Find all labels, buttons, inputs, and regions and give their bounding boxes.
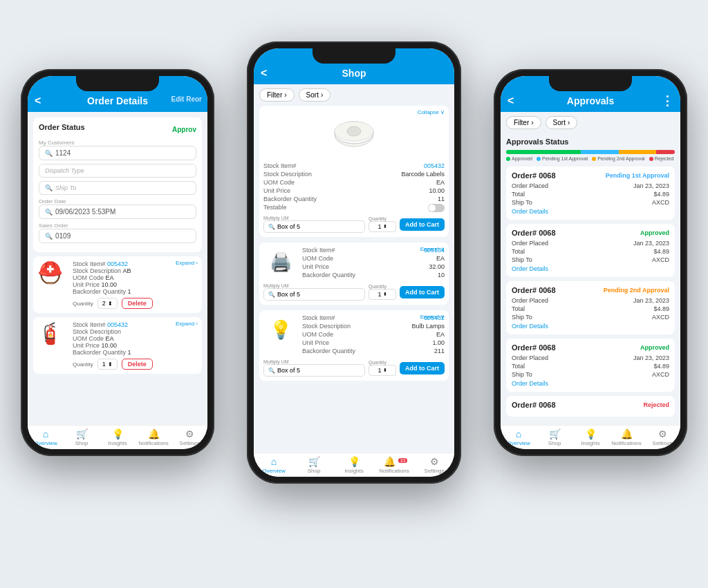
- expand-link-1[interactable]: Expand ›: [176, 260, 198, 266]
- customer-value: 1124: [55, 149, 71, 157]
- nav-shop-label-center: Shop: [308, 468, 321, 474]
- p2-qty-stepper[interactable]: ⬍: [383, 292, 387, 297]
- legend-approved-label: Approved: [512, 156, 532, 161]
- nav-insights-center[interactable]: 💡 Insights: [334, 456, 374, 474]
- more-button-right[interactable]: ⋮: [661, 93, 673, 108]
- nav-settings-left[interactable]: ⚙ Settings: [171, 428, 207, 446]
- product-details-3: Stock Item# 005432 Stock Description Bul…: [302, 314, 445, 356]
- p1-stock-value[interactable]: 005432: [424, 162, 445, 169]
- qty-stepper-2[interactable]: 1 ⬍: [97, 359, 118, 370]
- bottom-nav-right: ⌂ Overview 🛒 Shop 💡 Insights 🔔 Notificat…: [501, 425, 680, 449]
- order-details-link-2[interactable]: Order Details: [512, 265, 669, 272]
- nav-settings-center[interactable]: ⚙ Settings: [414, 456, 454, 474]
- svg-point-5: [347, 126, 361, 136]
- filter-button[interactable]: Filter ›: [259, 88, 295, 102]
- stock-item-value-2[interactable]: 005432: [107, 321, 128, 328]
- nav-insights-label-left: Insights: [108, 440, 127, 446]
- back-button-center[interactable]: <: [261, 67, 267, 79]
- order-date-input[interactable]: 🔍 09/06/2023 5:53PM: [39, 205, 196, 219]
- product-card-3: Expand ∨ 💡 Stock Item# 005432: [259, 310, 449, 381]
- delete-button-1[interactable]: Delete: [122, 298, 153, 309]
- order-details-link-1[interactable]: Order Details: [512, 208, 669, 215]
- p3-add-to-cart-button[interactable]: Add to Cart: [400, 362, 445, 374]
- ink-bottles-icon: 🖨️: [270, 252, 292, 273]
- order-details-link-3[interactable]: Order Details: [512, 323, 669, 330]
- delete-button-2[interactable]: Delete: [122, 359, 153, 370]
- uom-value-2: EA: [106, 335, 114, 342]
- collapse-link-1[interactable]: Collapse ∨: [418, 109, 445, 115]
- bottom-nav-left: ⌂ Overview 🛒 Shop 💡 Insights 🔔 Notificat…: [28, 425, 207, 449]
- qty-arrows-2[interactable]: ⬍: [108, 361, 113, 368]
- dispatch-placeholder: Dispatch Type: [45, 167, 84, 174]
- phone-right-inner: < Approvals ⋮ Filter › Sort › A: [501, 76, 680, 449]
- nav-insights-right[interactable]: 💡 Insights: [572, 428, 608, 446]
- nav-settings-right[interactable]: ⚙ Settings: [644, 428, 680, 446]
- uom-label-2: UOM Code: [73, 335, 106, 342]
- stock-desc-label-1: Stock Description: [73, 267, 123, 274]
- nav-overview-label-right: Overview: [507, 440, 530, 446]
- p3-qty-input[interactable]: 1 ⬍: [369, 365, 396, 376]
- p2-price-label: Unit Price: [302, 263, 329, 270]
- sort-button[interactable]: Sort ›: [299, 88, 331, 102]
- qty-stepper-1[interactable]: 2 ⬍: [97, 298, 118, 309]
- cart-item-details-2: Stock Item# 005432 Stock Description UOM…: [73, 321, 198, 370]
- back-button-left[interactable]: <: [35, 95, 41, 107]
- p2-uom-search[interactable]: 🔍 Box of 5: [263, 288, 365, 301]
- p2-add-to-cart-button[interactable]: Add to Cart: [400, 286, 445, 298]
- customer-input[interactable]: 🔍 1124: [39, 146, 196, 160]
- legend-pending2-label: Pending 2nd Approval: [597, 156, 645, 161]
- nav-notifications-label-left: Notifications: [138, 440, 169, 446]
- p2-backorder-value: 10: [438, 272, 445, 278]
- nav-notifications-left[interactable]: 🔔 Notifications: [136, 428, 171, 446]
- approvals-sort-button[interactable]: Sort ›: [546, 116, 578, 129]
- p3-uom-field-label: Multiply UM: [263, 359, 365, 364]
- approvals-title: Approvals: [567, 95, 614, 106]
- p1-qty-input[interactable]: 1 ⬍: [369, 221, 396, 232]
- back-button-right[interactable]: <: [507, 95, 514, 107]
- p1-add-to-cart-button[interactable]: Add to Cart: [400, 218, 445, 231]
- stock-desc-label-2: Stock Description: [73, 328, 121, 335]
- p1-qty-stepper[interactable]: ⬍: [383, 224, 387, 229]
- nav-notifications-center[interactable]: 🔔33 Notifications: [374, 456, 414, 474]
- sales-order-value: 0109: [55, 232, 71, 240]
- stock-item-label-1: Stock Item#: [73, 260, 107, 267]
- order-details-link-4[interactable]: Order Details: [512, 380, 669, 387]
- stock-item-value-1[interactable]: 005432: [107, 260, 128, 267]
- sales-order-label: Sales Order: [39, 222, 196, 229]
- p1-qty-value: 1: [378, 223, 381, 230]
- dispatch-type-input[interactable]: Dispatch Type: [39, 164, 196, 178]
- expand-link-p2[interactable]: Expand ∨: [420, 246, 445, 252]
- nav-insights-left[interactable]: 💡 Insights: [100, 428, 136, 446]
- qty-value-2: 1: [102, 361, 106, 368]
- order-status-4: Approved: [640, 344, 669, 351]
- p1-uom-search[interactable]: 🔍 Box of 5: [263, 220, 365, 233]
- nav-insights-label-right: Insights: [581, 440, 600, 446]
- nav-overview-left[interactable]: ⌂ Overview: [28, 428, 64, 446]
- ship-to-input[interactable]: 🔍 Ship To: [39, 181, 196, 195]
- expand-link-2[interactable]: Expand ›: [176, 321, 198, 327]
- order-details-title: Order Details: [87, 95, 148, 106]
- approvals-filter-button[interactable]: Filter ›: [506, 116, 541, 129]
- nav-shop-label-right: Shop: [548, 440, 561, 446]
- nav-overview-center[interactable]: ⌂ Overview: [254, 456, 294, 474]
- ship-value-2: AXCD: [652, 256, 669, 263]
- expand-link-p3[interactable]: Expand ∨: [420, 314, 445, 320]
- nav-settings-label-left: Settings: [180, 440, 200, 446]
- nav-shop-left[interactable]: 🛒 Shop: [64, 428, 100, 446]
- p2-qty-input[interactable]: 1 ⬍: [369, 289, 396, 300]
- order-card-5: Order# 0068 Rejected: [506, 396, 675, 417]
- search-icon-p3: 🔍: [268, 368, 275, 374]
- p3-uom-search[interactable]: 🔍 Box of 5: [263, 364, 365, 377]
- nav-overview-right[interactable]: ⌂ Overview: [501, 428, 537, 446]
- nav-shop-center[interactable]: 🛒 Shop: [294, 456, 334, 474]
- qty-arrows-1[interactable]: ⬍: [108, 301, 113, 307]
- sales-order-input[interactable]: 🔍 0109: [39, 229, 196, 243]
- notifications-icon-left: 🔔: [148, 428, 160, 439]
- edit-reorder-actions[interactable]: Edit Reor: [171, 95, 202, 103]
- nav-shop-right[interactable]: 🛒 Shop: [537, 428, 572, 446]
- p1-testable-toggle[interactable]: [428, 204, 445, 212]
- product-img-1: [326, 110, 382, 158]
- nav-notifications-right[interactable]: 🔔 Notifications: [608, 428, 644, 446]
- p3-qty-stepper[interactable]: ⬍: [383, 368, 387, 373]
- order-number-4: Order# 0068: [512, 343, 556, 352]
